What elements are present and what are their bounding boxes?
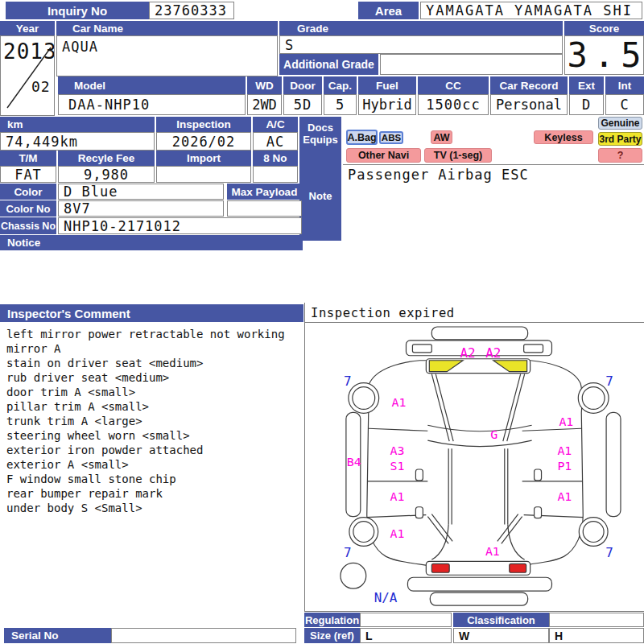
- import-label: Import: [156, 151, 251, 166]
- comment-line: F window small stone chip: [6, 472, 303, 486]
- wheel-grade-rear-right: 7: [605, 374, 613, 389]
- size-l-cell: L: [360, 628, 452, 643]
- wd-label: WD: [247, 76, 282, 94]
- door-handle: [415, 507, 423, 518]
- tm-value: FAT: [0, 166, 56, 183]
- wheel-front-left-rim: [353, 522, 374, 543]
- comment-line: left mirror power retractable not workin…: [6, 327, 303, 341]
- car-diagram: A2 A2 A1 A1 B4 G A3 S1 A1 P1 A1 A1 A1 A1…: [305, 323, 644, 611]
- mark-roof: G: [490, 427, 497, 442]
- spare-tire-grade: N/A: [374, 590, 398, 605]
- car-name-value: AQUA: [56, 35, 278, 76]
- rocker-panel-right: [606, 412, 621, 516]
- fuel-label: Fuel: [358, 76, 416, 94]
- badge-3rd-party: 3rd Party: [598, 132, 642, 146]
- comment-line: steering wheel worn <small>: [6, 428, 303, 443]
- comment-line: pillar trim A <small>: [6, 399, 303, 414]
- model-label: Model: [58, 76, 246, 94]
- door-handle: [535, 469, 542, 481]
- rear-spoiler: [431, 327, 527, 340]
- badge-genuine: Genuine: [598, 117, 642, 130]
- recycle-fee-label: Recyle Fee: [58, 151, 155, 166]
- mark-door-rear-left-1: A3: [390, 444, 405, 458]
- note-sidebar: Note: [299, 151, 341, 241]
- regulation-value: [360, 613, 452, 627]
- chassis-no-label: Chassis No: [0, 217, 56, 234]
- inspection-status-text: Inspection expired: [305, 303, 644, 323]
- wheel-grade-rear-left: 7: [344, 374, 352, 389]
- km-label: km: [0, 117, 155, 132]
- door-value: 5D: [283, 94, 322, 115]
- tail-light-left: [412, 345, 431, 353]
- mark-door-rear-right-1: A1: [557, 444, 572, 458]
- mark-a2-right: A2: [485, 345, 501, 361]
- wheel-grade-front-right: 7: [605, 545, 613, 560]
- year-value: 2013: [3, 39, 55, 64]
- max-payload-label: Max Payload: [227, 184, 302, 200]
- tm-label: T/M: [0, 151, 56, 166]
- comment-line: trunk trim A <large>: [6, 414, 303, 428]
- comment-line: exterior A <small>: [6, 457, 303, 472]
- ac-label: A/C: [253, 117, 298, 132]
- wheel-rear-left-rim: [353, 387, 375, 410]
- ext-label: Ext: [569, 76, 604, 94]
- docs-label: Docs: [308, 122, 333, 134]
- wheel-rear-right-rim: [582, 387, 605, 410]
- color-no-label: Color No: [0, 200, 56, 217]
- spare-tire: [341, 563, 366, 588]
- badge-tv: TV (1-seg): [424, 148, 492, 163]
- door-handle: [415, 469, 423, 481]
- mark-quarter-left: A1: [392, 395, 407, 410]
- front-lower-grille: [430, 592, 527, 605]
- wheel-front-right-rim: [583, 522, 604, 543]
- head-light-right: [510, 564, 526, 572]
- mark-door-front-right: A1: [557, 489, 572, 504]
- comment-line: exterior iron powder attached: [6, 443, 303, 457]
- import-value: [156, 166, 251, 183]
- size-w-label: W: [459, 630, 470, 642]
- mark-door-front-left: A1: [390, 489, 405, 504]
- comment-line: mirror A: [6, 341, 303, 356]
- serial-no-value: [111, 628, 296, 643]
- size-ref-label: Size (ref): [304, 628, 360, 643]
- year-value-cell: 2013 02: [0, 35, 55, 116]
- inspector-comment-header: Inspector's Comment: [0, 304, 303, 322]
- door-handle: [535, 507, 542, 518]
- mark-a2-left: A2: [460, 345, 475, 361]
- comment-line: door trim A <small>: [6, 385, 303, 399]
- serial-no-label: Serial No: [4, 628, 111, 643]
- km-value: 74,449km: [0, 132, 155, 151]
- color-no-value: 8V7: [58, 200, 224, 217]
- additional-grade-value: [380, 54, 563, 75]
- cap-label: Cap.: [324, 76, 357, 94]
- car-record-value: Personal: [490, 94, 568, 115]
- size-w-cell: W: [453, 628, 549, 643]
- badge-airbag: A.Bag: [346, 130, 378, 145]
- area-label: Area: [358, 2, 419, 19]
- color-label: Color: [0, 184, 56, 200]
- badge-keyless: Keyless: [534, 130, 593, 144]
- chassis-no-value: NHP10-2171012: [58, 217, 302, 234]
- badge-aw: AW: [431, 130, 452, 144]
- car-name-label: Car Name: [56, 21, 278, 35]
- mark-front-bumper: A1: [485, 544, 500, 559]
- cap-value: 5: [324, 94, 357, 115]
- badge-abs: ABS: [379, 131, 403, 144]
- mark-rocker-left: B4: [347, 455, 361, 469]
- diagram-region: Inspection expired: [304, 303, 644, 612]
- eight-no-label: 8 No: [253, 151, 298, 166]
- eight-no-value: [253, 166, 298, 183]
- note-content-area: Passenger Airbag ESC: [343, 164, 644, 241]
- classification-label: Classification: [453, 613, 549, 627]
- ac-value: AC: [253, 132, 298, 151]
- badge-other-navi: Other Navi: [346, 148, 421, 163]
- notice-label: Notice: [0, 235, 303, 250]
- car-record-label: Car Record: [490, 76, 568, 94]
- auction-sheet: Inquiry No 23760333 Area YAMAGATA YAMAGA…: [0, 0, 644, 644]
- additional-grade-label: Additional Grade: [279, 54, 378, 75]
- equips-label: Equips: [303, 134, 337, 146]
- year-label: Year: [0, 21, 55, 35]
- size-h-label: H: [555, 630, 564, 642]
- inspection-value: 2026/02: [156, 132, 251, 151]
- model-value: DAA-NHP10: [58, 94, 246, 115]
